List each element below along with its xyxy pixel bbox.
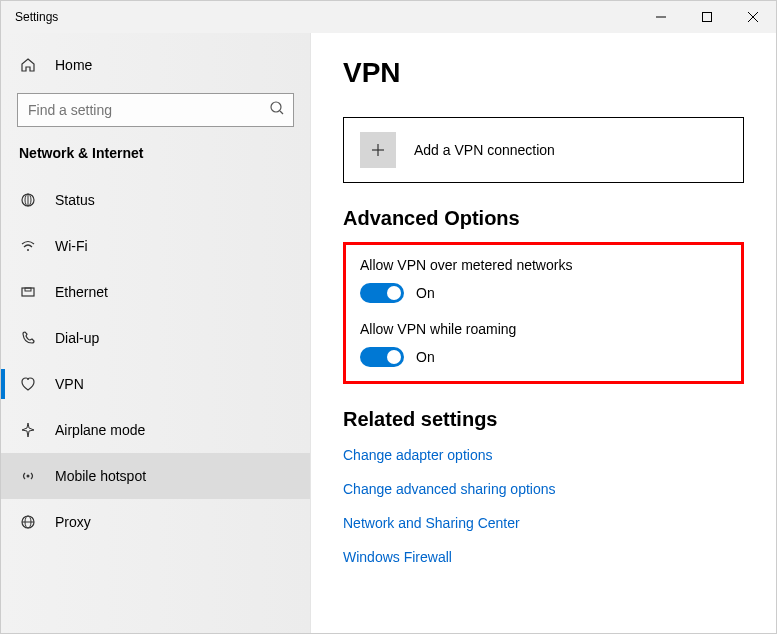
nav-list: Status Wi-Fi Ethernet Dial-up VPN Airpla…	[1, 177, 310, 545]
dialup-icon	[19, 330, 37, 346]
minimize-button[interactable]	[638, 1, 684, 33]
window-controls	[638, 1, 776, 33]
wifi-icon	[19, 238, 37, 254]
link-windows-firewall[interactable]: Windows Firewall	[343, 549, 744, 565]
maximize-button[interactable]	[684, 1, 730, 33]
svg-point-9	[27, 249, 29, 251]
link-network-center[interactable]: Network and Sharing Center	[343, 515, 744, 531]
home-icon	[19, 57, 37, 73]
toggle-roaming[interactable]	[360, 347, 404, 367]
toggle-roaming-state: On	[416, 349, 435, 365]
sidebar-item-airplane[interactable]: Airplane mode	[1, 407, 310, 453]
page-title: VPN	[343, 57, 744, 89]
related-settings-title: Related settings	[343, 408, 744, 431]
toggle-roaming-row: On	[360, 347, 727, 367]
sidebar-item-label: Status	[55, 192, 95, 208]
sidebar-item-proxy[interactable]: Proxy	[1, 499, 310, 545]
link-adapter-options[interactable]: Change adapter options	[343, 447, 744, 463]
sidebar: Home Network & Internet Status Wi-Fi Eth…	[1, 33, 311, 633]
sidebar-item-label: Dial-up	[55, 330, 99, 346]
svg-rect-1	[703, 13, 712, 22]
sidebar-item-ethernet[interactable]: Ethernet	[1, 269, 310, 315]
toggle-metered[interactable]	[360, 283, 404, 303]
home-label: Home	[55, 57, 92, 73]
titlebar: Settings	[1, 1, 776, 33]
svg-rect-10	[22, 288, 34, 296]
toggle-metered-state: On	[416, 285, 435, 301]
vpn-icon	[19, 376, 37, 392]
sidebar-item-label: Proxy	[55, 514, 91, 530]
airplane-icon	[19, 422, 37, 438]
toggle-metered-row: On	[360, 283, 727, 303]
toggle-roaming-group: Allow VPN while roaming On	[360, 321, 727, 367]
sidebar-item-hotspot[interactable]: Mobile hotspot	[1, 453, 310, 499]
close-button[interactable]	[730, 1, 776, 33]
main-panel: VPN Add a VPN connection Advanced Option…	[311, 33, 776, 633]
status-icon	[19, 192, 37, 208]
window-title: Settings	[1, 10, 58, 24]
svg-rect-11	[25, 288, 31, 291]
content-area: Home Network & Internet Status Wi-Fi Eth…	[1, 33, 776, 633]
sidebar-item-label: Mobile hotspot	[55, 468, 146, 484]
svg-line-5	[280, 111, 283, 114]
category-header: Network & Internet	[1, 145, 310, 177]
sidebar-item-label: VPN	[55, 376, 84, 392]
search-box[interactable]	[17, 93, 294, 127]
plus-icon	[360, 132, 396, 168]
toggle-metered-label: Allow VPN over metered networks	[360, 257, 727, 273]
search-icon	[269, 100, 285, 120]
highlight-box: Allow VPN over metered networks On Allow…	[343, 242, 744, 384]
ethernet-icon	[19, 284, 37, 300]
toggle-metered-group: Allow VPN over metered networks On	[360, 257, 727, 303]
home-nav[interactable]: Home	[1, 47, 310, 83]
search-input[interactable]	[28, 102, 269, 118]
sidebar-item-label: Ethernet	[55, 284, 108, 300]
sidebar-item-label: Airplane mode	[55, 422, 145, 438]
sidebar-item-dialup[interactable]: Dial-up	[1, 315, 310, 361]
sidebar-item-wifi[interactable]: Wi-Fi	[1, 223, 310, 269]
svg-point-4	[271, 102, 281, 112]
sidebar-item-status[interactable]: Status	[1, 177, 310, 223]
sidebar-item-vpn[interactable]: VPN	[1, 361, 310, 407]
sidebar-item-label: Wi-Fi	[55, 238, 88, 254]
advanced-options-title: Advanced Options	[343, 207, 744, 230]
proxy-icon	[19, 514, 37, 530]
add-vpn-card[interactable]: Add a VPN connection	[343, 117, 744, 183]
svg-point-12	[27, 475, 30, 478]
add-vpn-label: Add a VPN connection	[414, 142, 555, 158]
toggle-roaming-label: Allow VPN while roaming	[360, 321, 727, 337]
link-sharing-options[interactable]: Change advanced sharing options	[343, 481, 744, 497]
hotspot-icon	[19, 468, 37, 484]
